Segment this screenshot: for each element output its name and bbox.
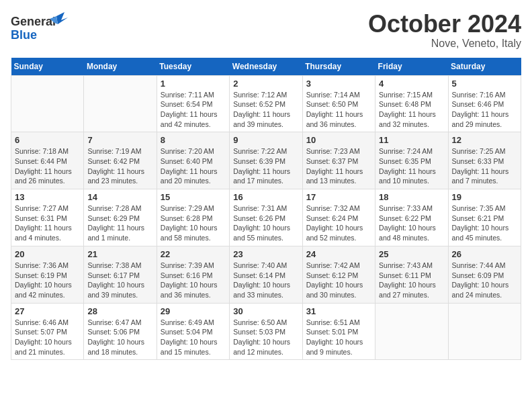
day-number: 3 (306, 79, 371, 89)
day-number: 29 (161, 306, 226, 316)
month-title: October 2024 (368, 11, 521, 38)
day-number: 24 (306, 249, 371, 259)
day-number: 21 (87, 249, 152, 259)
page-header: General Blue October 2024 Nove, Veneto, … (11, 11, 521, 50)
day-info: Sunrise: 7:44 AM Sunset: 6:09 PM Dayligh… (452, 261, 517, 300)
day-info: Sunrise: 7:12 AM Sunset: 6:52 PM Dayligh… (233, 90, 298, 130)
day-info: Sunrise: 7:24 AM Sunset: 6:35 PM Dayligh… (379, 146, 444, 186)
calendar-cell: 10Sunrise: 7:23 AM Sunset: 6:37 PM Dayli… (302, 132, 375, 189)
day-info: Sunrise: 7:38 AM Sunset: 6:17 PM Dayligh… (87, 261, 152, 300)
day-info: Sunrise: 7:18 AM Sunset: 6:44 PM Dayligh… (15, 146, 80, 186)
calendar-cell: 17Sunrise: 7:32 AM Sunset: 6:24 PM Dayli… (302, 189, 375, 246)
location-title: Nove, Veneto, Italy (368, 38, 521, 50)
day-info: Sunrise: 6:50 AM Sunset: 5:03 PM Dayligh… (233, 318, 298, 357)
calendar-week-row: 27Sunrise: 6:46 AM Sunset: 5:07 PM Dayli… (11, 303, 521, 360)
calendar-week-row: 20Sunrise: 7:36 AM Sunset: 6:19 PM Dayli… (11, 246, 521, 303)
calendar-cell: 21Sunrise: 7:38 AM Sunset: 6:17 PM Dayli… (84, 246, 157, 303)
weekday-header: Thursday (302, 58, 375, 76)
weekday-header: Tuesday (157, 58, 229, 76)
day-number: 23 (233, 249, 298, 259)
calendar-cell: 9Sunrise: 7:22 AM Sunset: 6:39 PM Daylig… (230, 132, 302, 189)
weekday-header: Wednesday (230, 58, 302, 76)
calendar-cell (84, 75, 157, 132)
day-info: Sunrise: 7:36 AM Sunset: 6:19 PM Dayligh… (15, 261, 80, 300)
calendar-cell (448, 303, 521, 360)
day-info: Sunrise: 7:31 AM Sunset: 6:26 PM Dayligh… (233, 203, 298, 243)
day-info: Sunrise: 7:11 AM Sunset: 6:54 PM Dayligh… (161, 90, 226, 130)
day-number: 9 (233, 135, 298, 145)
calendar-cell: 3Sunrise: 7:14 AM Sunset: 6:50 PM Daylig… (302, 75, 375, 132)
day-info: Sunrise: 7:29 AM Sunset: 6:28 PM Dayligh… (161, 203, 226, 243)
day-number: 12 (452, 135, 517, 145)
calendar-cell: 5Sunrise: 7:16 AM Sunset: 6:46 PM Daylig… (448, 75, 521, 132)
day-number: 10 (306, 135, 371, 145)
day-number: 20 (15, 249, 80, 259)
day-number: 19 (452, 192, 517, 202)
day-info: Sunrise: 7:19 AM Sunset: 6:42 PM Dayligh… (87, 146, 152, 186)
calendar-cell: 28Sunrise: 6:47 AM Sunset: 5:06 PM Dayli… (84, 303, 157, 360)
calendar-cell: 23Sunrise: 7:40 AM Sunset: 6:14 PM Dayli… (230, 246, 302, 303)
logo: General Blue (11, 11, 71, 48)
day-number: 6 (15, 135, 80, 145)
svg-marker-2 (56, 12, 68, 24)
day-number: 27 (15, 306, 80, 316)
calendar-cell: 24Sunrise: 7:42 AM Sunset: 6:12 PM Dayli… (302, 246, 375, 303)
day-info: Sunrise: 7:20 AM Sunset: 6:40 PM Dayligh… (161, 146, 226, 186)
calendar-cell (375, 303, 448, 360)
day-info: Sunrise: 7:15 AM Sunset: 6:48 PM Dayligh… (379, 90, 444, 130)
calendar-cell: 20Sunrise: 7:36 AM Sunset: 6:19 PM Dayli… (11, 246, 84, 303)
day-info: Sunrise: 7:27 AM Sunset: 6:31 PM Dayligh… (15, 203, 80, 243)
calendar-cell: 29Sunrise: 6:49 AM Sunset: 5:04 PM Dayli… (157, 303, 229, 360)
calendar-cell: 30Sunrise: 6:50 AM Sunset: 5:03 PM Dayli… (230, 303, 302, 360)
day-number: 7 (87, 135, 152, 145)
calendar-cell: 12Sunrise: 7:25 AM Sunset: 6:33 PM Dayli… (448, 132, 521, 189)
day-info: Sunrise: 7:43 AM Sunset: 6:11 PM Dayligh… (379, 261, 444, 300)
day-number: 25 (379, 249, 444, 259)
calendar-cell: 11Sunrise: 7:24 AM Sunset: 6:35 PM Dayli… (375, 132, 448, 189)
calendar-cell (11, 75, 84, 132)
calendar-cell: 26Sunrise: 7:44 AM Sunset: 6:09 PM Dayli… (448, 246, 521, 303)
day-number: 30 (233, 306, 298, 316)
day-number: 26 (452, 249, 517, 259)
day-info: Sunrise: 7:23 AM Sunset: 6:37 PM Dayligh… (306, 146, 371, 186)
svg-text:Blue: Blue (11, 28, 37, 42)
day-info: Sunrise: 7:42 AM Sunset: 6:12 PM Dayligh… (306, 261, 371, 300)
day-number: 8 (161, 135, 226, 145)
calendar-cell: 2Sunrise: 7:12 AM Sunset: 6:52 PM Daylig… (230, 75, 302, 132)
calendar-cell: 8Sunrise: 7:20 AM Sunset: 6:40 PM Daylig… (157, 132, 229, 189)
weekday-header: Monday (84, 58, 157, 76)
calendar-week-row: 6Sunrise: 7:18 AM Sunset: 6:44 PM Daylig… (11, 132, 521, 189)
day-number: 4 (379, 79, 444, 89)
calendar-cell: 1Sunrise: 7:11 AM Sunset: 6:54 PM Daylig… (157, 75, 229, 132)
calendar-cell: 27Sunrise: 6:46 AM Sunset: 5:07 PM Dayli… (11, 303, 84, 360)
calendar-cell: 22Sunrise: 7:39 AM Sunset: 6:16 PM Dayli… (157, 246, 229, 303)
calendar-cell: 7Sunrise: 7:19 AM Sunset: 6:42 PM Daylig… (84, 132, 157, 189)
day-number: 5 (452, 79, 517, 89)
calendar-cell: 6Sunrise: 7:18 AM Sunset: 6:44 PM Daylig… (11, 132, 84, 189)
calendar-cell: 16Sunrise: 7:31 AM Sunset: 6:26 PM Dayli… (230, 189, 302, 246)
day-info: Sunrise: 7:33 AM Sunset: 6:22 PM Dayligh… (379, 203, 444, 243)
day-info: Sunrise: 7:28 AM Sunset: 6:29 PM Dayligh… (87, 203, 152, 243)
day-info: Sunrise: 7:40 AM Sunset: 6:14 PM Dayligh… (233, 261, 298, 300)
calendar-cell: 25Sunrise: 7:43 AM Sunset: 6:11 PM Dayli… (375, 246, 448, 303)
day-number: 31 (306, 306, 371, 316)
weekday-header-row: SundayMondayTuesdayWednesdayThursdayFrid… (11, 58, 521, 76)
day-info: Sunrise: 6:51 AM Sunset: 5:01 PM Dayligh… (306, 318, 371, 357)
weekday-header: Sunday (11, 58, 84, 76)
calendar-cell: 15Sunrise: 7:29 AM Sunset: 6:28 PM Dayli… (157, 189, 229, 246)
day-number: 15 (161, 192, 226, 202)
calendar-cell: 31Sunrise: 6:51 AM Sunset: 5:01 PM Dayli… (302, 303, 375, 360)
day-number: 28 (87, 306, 152, 316)
day-info: Sunrise: 6:46 AM Sunset: 5:07 PM Dayligh… (15, 318, 80, 357)
weekday-header: Friday (375, 58, 448, 76)
day-number: 1 (161, 79, 226, 89)
day-info: Sunrise: 7:14 AM Sunset: 6:50 PM Dayligh… (306, 90, 371, 130)
day-info: Sunrise: 6:49 AM Sunset: 5:04 PM Dayligh… (161, 318, 226, 357)
day-number: 18 (379, 192, 444, 202)
day-info: Sunrise: 7:16 AM Sunset: 6:46 PM Dayligh… (452, 90, 517, 130)
calendar-cell: 4Sunrise: 7:15 AM Sunset: 6:48 PM Daylig… (375, 75, 448, 132)
day-number: 11 (379, 135, 444, 145)
calendar-week-row: 1Sunrise: 7:11 AM Sunset: 6:54 PM Daylig… (11, 75, 521, 132)
calendar-cell: 19Sunrise: 7:35 AM Sunset: 6:21 PM Dayli… (448, 189, 521, 246)
day-info: Sunrise: 6:47 AM Sunset: 5:06 PM Dayligh… (87, 318, 152, 357)
